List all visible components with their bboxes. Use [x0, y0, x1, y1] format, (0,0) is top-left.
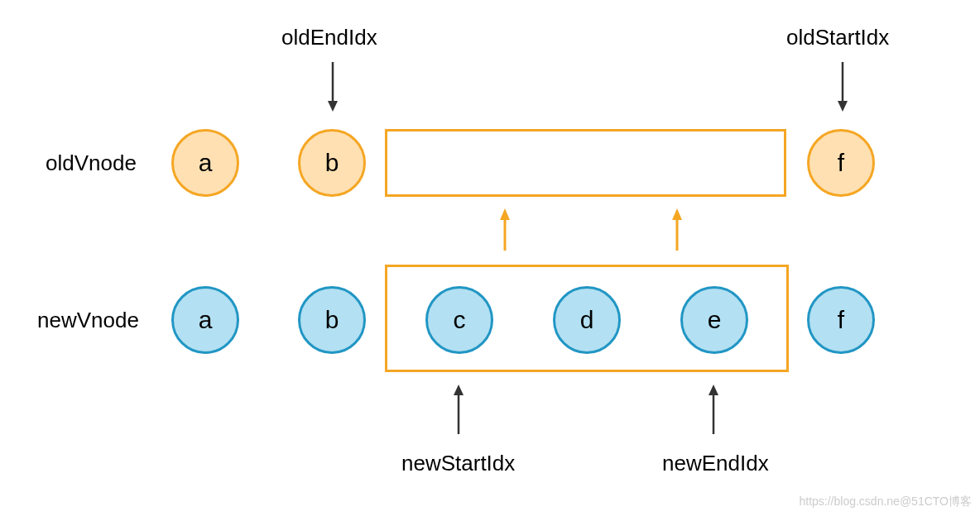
node-letter: d	[580, 306, 594, 334]
svg-marker-3	[838, 101, 848, 112]
new-node-e: e	[680, 286, 748, 354]
arrow-up-icon	[450, 380, 467, 438]
watermark-left: https://blog.csdn.ne	[799, 494, 899, 508]
node-letter: a	[199, 149, 213, 177]
new-start-idx-label: newStartIdx	[401, 451, 515, 476]
svg-marker-7	[672, 208, 682, 220]
old-node-f: f	[807, 129, 875, 197]
new-node-d: d	[553, 286, 621, 354]
svg-marker-11	[709, 385, 718, 395]
watermark: https://blog.csdn.ne@51CTO博客	[799, 494, 972, 509]
node-letter: b	[325, 149, 339, 177]
arrow-up-icon	[705, 380, 722, 438]
node-letter: c	[454, 306, 466, 334]
old-start-idx-label: oldStartIdx	[786, 25, 889, 50]
arrow-down-icon	[834, 58, 851, 116]
new-node-c: c	[425, 286, 493, 354]
new-end-idx-label: newEndIdx	[662, 451, 769, 476]
node-letter: e	[708, 306, 722, 334]
old-node-b: b	[298, 129, 366, 197]
node-letter: f	[838, 306, 844, 334]
arrow-up-icon	[669, 205, 685, 255]
old-vnode-label: oldVnode	[46, 150, 137, 176]
old-empty-rect	[385, 129, 786, 197]
node-letter: f	[838, 149, 844, 177]
node-letter: b	[325, 306, 339, 334]
svg-marker-9	[454, 385, 464, 395]
svg-marker-1	[328, 101, 338, 112]
new-vnode-label: newVnode	[37, 308, 139, 333]
watermark-right: @51CTO博客	[900, 494, 972, 508]
new-node-f: f	[807, 286, 875, 354]
svg-marker-5	[500, 208, 510, 220]
arrow-down-icon	[324, 58, 341, 116]
arrow-up-icon	[497, 205, 513, 255]
new-node-a: a	[171, 286, 239, 354]
new-node-b: b	[298, 286, 366, 354]
node-letter: a	[199, 306, 213, 334]
old-node-a: a	[171, 129, 239, 197]
old-end-idx-label: oldEndIdx	[281, 25, 377, 50]
